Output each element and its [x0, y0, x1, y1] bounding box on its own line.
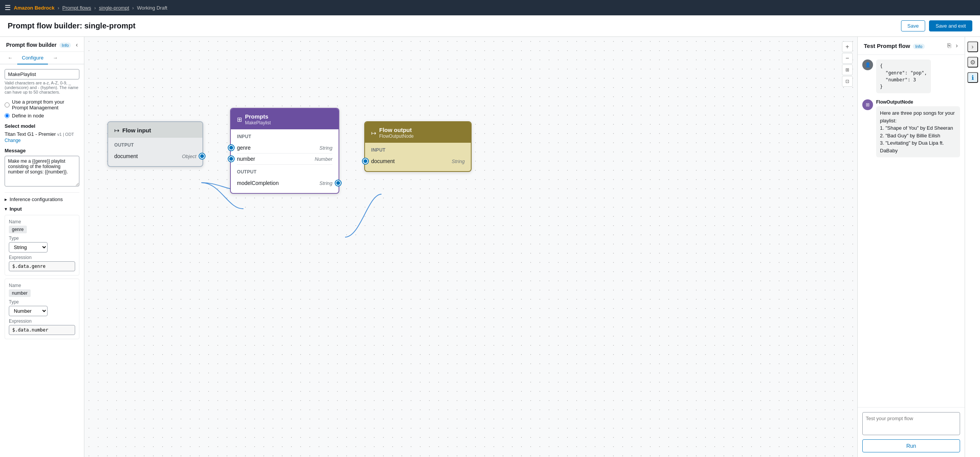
input-section: ▾ Input Name genre Type String Number Ob…	[5, 206, 79, 339]
page-title: Prompt flow builder: single-prompt	[8, 21, 135, 30]
flow-input-output-label: Output	[114, 142, 196, 148]
radio-define-in-node[interactable]: Define in node	[5, 113, 79, 119]
prompts-subtitle: MakePlaylist	[245, 120, 271, 125]
run-button[interactable]: Run	[862, 439, 960, 452]
right-panel-actions: ⎘ ›	[947, 41, 959, 50]
right-panel: Test Prompt flow Info ⎘ › 👤 { "genre": "…	[857, 37, 965, 457]
number-type-select[interactable]: String Number Object	[9, 306, 75, 316]
genre-name-value: genre	[9, 226, 27, 233]
genre-type-select[interactable]: String Number Object	[9, 242, 75, 252]
save-button[interactable]: Save	[901, 20, 926, 31]
input-section-toggle[interactable]: ▾ Input	[5, 206, 79, 212]
connections-svg	[84, 37, 857, 457]
far-right-info-btn[interactable]: ℹ	[967, 72, 978, 83]
radio-use-prompt-management[interactable]: Use a prompt from your Prompt Management	[5, 99, 79, 111]
flow-output-body: Input document String	[365, 143, 471, 171]
far-right-settings-btn[interactable]: ⚙	[967, 57, 978, 68]
left-sidebar: Prompt flow builder Info ‹ ← Configure →…	[0, 37, 84, 457]
prompts-number-name: number	[237, 156, 255, 162]
save-exit-button[interactable]: Save and exit	[929, 20, 972, 31]
prompts-number-type: Number	[315, 156, 332, 162]
model-version: v1 | ODT	[57, 132, 74, 137]
user-avatar: 👤	[862, 59, 873, 70]
bot-node-label: FlowOutputNode	[876, 99, 960, 105]
sidebar-tab-forward[interactable]: →	[48, 52, 62, 64]
node-name-field: Valid characters are a-z, A-Z, 0-9, _ (u…	[5, 69, 79, 94]
sidebar-content: Valid characters are a-z, A-Z, 0-9, _ (u…	[0, 64, 84, 457]
zoom-out-btn[interactable]: −	[842, 53, 853, 64]
reset-btn[interactable]: ⊡	[842, 76, 853, 87]
sidebar-collapse-btn[interactable]: ‹	[76, 41, 78, 48]
flow-input-document-name: document	[114, 153, 138, 159]
inference-toggle-icon: ▸	[5, 196, 7, 202]
prompts-genre-type: String	[319, 145, 332, 151]
inference-toggle[interactable]: ▸ Inference configurations	[5, 196, 79, 202]
inference-section: ▸ Inference configurations	[5, 192, 79, 202]
number-type-dropdown[interactable]: String Number Object	[9, 306, 48, 316]
sidebar-info-badge[interactable]: Info	[59, 43, 71, 48]
flow-output-input-label: Input	[371, 147, 465, 153]
right-panel-collapse-btn[interactable]: ›	[955, 41, 959, 50]
breadcrumb-single-prompt[interactable]: single-prompt	[99, 5, 129, 11]
number-expression-input[interactable]	[9, 325, 75, 335]
genre-expression-input[interactable]	[9, 261, 75, 271]
flow-output-icon: ↦	[371, 129, 376, 137]
page-header: Prompt flow builder: single-prompt Save …	[0, 15, 980, 37]
far-right-collapse-btn[interactable]: ›	[967, 41, 978, 52]
flow-input-document-connector[interactable]	[199, 153, 205, 159]
flow-input-node[interactable]: ↦ Flow input Output document Object	[107, 121, 203, 167]
zoom-in-btn[interactable]: +	[842, 41, 853, 52]
prompts-node[interactable]: ⊞ Prompts MakePlaylist Input genre Strin…	[230, 108, 339, 194]
genre-name-label: Name	[9, 219, 75, 224]
right-panel-info-badge[interactable]: Info	[913, 44, 924, 49]
node-name-input[interactable]	[5, 69, 79, 79]
main-layout: Prompt flow builder Info ‹ ← Configure →…	[0, 37, 980, 457]
menu-icon[interactable]: ☰	[5, 3, 11, 12]
flow-output-node[interactable]: ↦ Flow output FlowOutputNode Input docum…	[364, 121, 472, 172]
flow-input-title: Flow input	[122, 127, 151, 134]
message-textarea[interactable]: Make me a {{genre}} playlist consisting …	[5, 156, 79, 186]
breadcrumb-prompt-flows[interactable]: Prompt flows	[62, 5, 91, 11]
test-input[interactable]	[862, 412, 960, 435]
brand-label[interactable]: Amazon Bedrock	[14, 5, 54, 11]
prompts-title: Prompts	[245, 113, 271, 120]
prompts-output-label: Output	[237, 169, 332, 175]
prompts-completion-connector[interactable]	[335, 180, 341, 186]
input-block-genre: Name genre Type String Number Object Exp…	[5, 215, 79, 276]
input-block-number: Name number Type String Number Object Ex…	[5, 279, 79, 339]
flow-input-icon: ↦	[114, 127, 119, 134]
header-actions: Save Save and exit	[901, 20, 972, 31]
canvas-area[interactable]: ↦ Flow input Output document Object ⊞ Pr…	[84, 37, 857, 457]
number-name-value: number	[9, 289, 31, 297]
change-model-link[interactable]: Change	[5, 138, 79, 143]
sidebar-title: Prompt flow builder	[6, 42, 56, 48]
prompts-genre-connector-left[interactable]	[229, 145, 234, 150]
flow-output-document-row: document String	[371, 156, 465, 167]
far-right-iconbar: › ⚙ ℹ	[965, 37, 980, 457]
genre-expression-label: Expression	[9, 255, 75, 260]
chat-message-bot: ⊞ FlowOutputNode Here are three pop song…	[862, 99, 960, 157]
sidebar-tab-back[interactable]: ←	[3, 52, 17, 64]
flow-output-document-connector[interactable]	[363, 158, 368, 164]
model-section: Select model Titan Text G1 - Premier v1 …	[5, 123, 79, 143]
breadcrumb-working-draft: Working Draft	[137, 5, 167, 11]
user-message-text: { "genre": "pop", "number": 3 }	[876, 59, 931, 93]
prompts-input-label: Input	[237, 134, 332, 139]
input-section-label: Input	[10, 206, 22, 212]
number-type-label: Type	[9, 299, 75, 305]
prompts-number-connector-left[interactable]	[229, 156, 234, 162]
right-panel-copy-btn[interactable]: ⎘	[947, 41, 952, 50]
number-expression-label: Expression	[9, 318, 75, 324]
flow-output-title: Flow output	[379, 127, 414, 133]
flow-output-document-type: String	[452, 158, 465, 164]
canvas-controls: + − ⊞ ⊡	[842, 41, 853, 87]
genre-type-label: Type	[9, 236, 75, 241]
top-nav: ☰ Amazon Bedrock › Prompt flows › single…	[0, 0, 980, 15]
genre-type-dropdown[interactable]: String Number Object	[9, 242, 48, 252]
input-toggle-icon: ▾	[5, 206, 7, 212]
sidebar-tab-configure[interactable]: Configure	[17, 52, 48, 64]
prompts-body: Input genre String number Number Output …	[231, 129, 339, 193]
sidebar-nav-tabs: ← Configure →	[0, 52, 84, 64]
prompts-genre-name: genre	[237, 145, 251, 151]
fit-btn[interactable]: ⊞	[842, 64, 853, 75]
